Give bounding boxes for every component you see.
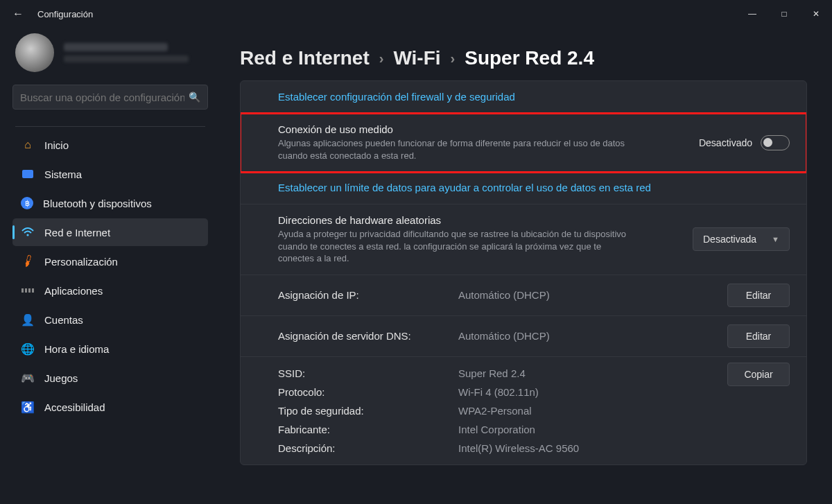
svg-point-0 (26, 234, 28, 236)
sidebar-item-label: Inicio (44, 139, 69, 151)
dns-assignment-row: Asignación de servidor DNS: Automático (… (241, 316, 806, 357)
apps-icon (21, 284, 35, 297)
chevron-right-icon: › (451, 51, 456, 67)
network-details: SSID:Super Red 2.4 Protocolo:Wi-Fi 4 (80… (241, 357, 806, 464)
system-icon (21, 167, 35, 181)
avatar (15, 33, 54, 72)
sidebar-item-accesibilidad[interactable]: ♿ Accesibilidad (12, 393, 208, 421)
titlebar: ← Configuración — □ ✕ (0, 0, 832, 28)
nav-list: ⌂ Inicio Sistema ฿ Bluetooth y dispositi… (12, 131, 208, 421)
sidebar-item-sistema[interactable]: Sistema (12, 160, 208, 188)
sidebar: 🔍 ⌂ Inicio Sistema ฿ Bluetooth y disposi… (0, 28, 215, 504)
detail-val: Wi-Fi 4 (802.11n) (458, 386, 727, 398)
detail-key: SSID: (278, 367, 458, 379)
time-icon: 🌐 (21, 342, 35, 356)
accessibility-icon: ♿ (21, 400, 35, 414)
detail-key: Protocolo: (278, 386, 458, 398)
sidebar-item-label: Red e Internet (44, 227, 110, 238)
sidebar-item-bluetooth[interactable]: ฿ Bluetooth y dispositivos (12, 189, 208, 217)
sidebar-item-red[interactable]: Red e Internet (12, 218, 208, 246)
firewall-link[interactable]: Establecer configuración del firewall y … (278, 91, 515, 103)
sidebar-item-cuentas[interactable]: 👤 Cuentas (12, 306, 208, 333)
bluetooth-icon: ฿ (21, 197, 33, 209)
copy-button[interactable]: Copiar (727, 363, 790, 386)
network-icon (21, 225, 35, 239)
sidebar-item-label: Personalización (44, 256, 118, 268)
detail-val: Super Red 2.4 (458, 367, 727, 379)
dns-edit-button[interactable]: Editar (727, 324, 790, 348)
sidebar-item-hora[interactable]: 🌐 Hora e idioma (12, 335, 208, 363)
breadcrumb: Red e Internet › Wi-Fi › Super Red 2.4 (240, 47, 807, 69)
breadcrumb-wifi[interactable]: Wi-Fi (393, 47, 440, 69)
detail-key: Descripción: (278, 442, 458, 454)
chevron-right-icon: › (379, 51, 384, 67)
breadcrumb-current: Super Red 2.4 (465, 47, 594, 69)
metered-toggle[interactable] (761, 135, 790, 150)
user-profile[interactable] (12, 33, 208, 72)
ip-label: Asignación de IP: (278, 289, 458, 301)
settings-panel: Establecer configuración del firewall y … (240, 80, 807, 465)
data-limit-link-row: Establecer un límite de datos para ayuda… (241, 172, 806, 205)
ip-value: Automático (DHCP) (458, 289, 727, 301)
close-button[interactable]: ✕ (800, 3, 832, 25)
random-hw-dropdown[interactable]: Desactivada ▼ (693, 227, 790, 251)
dns-value: Automático (DHCP) (458, 330, 727, 342)
minimize-button[interactable]: — (736, 3, 768, 25)
random-hw-desc: Ayuda a proteger tu privacidad dificulta… (278, 228, 639, 265)
detail-val: Intel(R) Wireless-AC 9560 (458, 442, 727, 454)
data-limit-link[interactable]: Establecer un límite de datos para ayuda… (278, 182, 651, 193)
sidebar-item-label: Cuentas (44, 314, 83, 326)
home-icon: ⌂ (21, 138, 35, 152)
sidebar-item-juegos[interactable]: 🎮 Juegos (12, 364, 208, 392)
search-input[interactable] (20, 92, 184, 103)
detail-val: WPA2-Personal (458, 405, 727, 417)
sidebar-item-label: Hora e idioma (44, 343, 109, 355)
random-hw-value: Desactivada (703, 234, 756, 245)
sidebar-item-inicio[interactable]: ⌂ Inicio (12, 131, 208, 159)
sidebar-item-label: Accesibilidad (44, 401, 105, 413)
detail-key: Tipo de seguridad: (278, 405, 458, 417)
brush-icon: 🖌 (18, 252, 37, 270)
firewall-link-row: Establecer configuración del firewall y … (241, 81, 806, 114)
metered-title: Conexión de uso medido (278, 123, 685, 135)
app-title: Configuración (37, 9, 93, 19)
sidebar-item-aplicaciones[interactable]: Aplicaciones (12, 277, 208, 304)
metered-toggle-state: Desactivado (699, 137, 752, 148)
detail-key: Fabricante: (278, 424, 458, 435)
back-button[interactable]: ← (12, 8, 24, 20)
sidebar-item-personalizacion[interactable]: 🖌 Personalización (12, 247, 208, 275)
breadcrumb-red[interactable]: Red e Internet (240, 47, 370, 69)
metered-desc: Algunas aplicaciones pueden funcionar de… (278, 137, 639, 162)
search-icon: 🔍 (189, 92, 200, 103)
metered-connection-row: Conexión de uso medido Algunas aplicacio… (241, 114, 806, 172)
maximize-button[interactable]: □ (768, 3, 800, 25)
window-controls: — □ ✕ (736, 3, 832, 25)
ip-assignment-row: Asignación de IP: Automático (DHCP) Edit… (241, 275, 806, 316)
content-area: Red e Internet › Wi-Fi › Super Red 2.4 E… (215, 28, 832, 504)
account-icon: 👤 (21, 313, 35, 327)
random-hw-title: Direcciones de hardware aleatorias (278, 214, 679, 226)
ip-edit-button[interactable]: Editar (727, 284, 790, 307)
profile-text (64, 43, 189, 62)
search-box[interactable]: 🔍 (12, 85, 208, 110)
sidebar-item-label: Juegos (44, 372, 78, 384)
sidebar-item-label: Bluetooth y dispositivos (43, 198, 152, 209)
games-icon: 🎮 (21, 371, 35, 385)
random-hw-row: Direcciones de hardware aleatorias Ayuda… (241, 205, 806, 275)
sidebar-item-label: Sistema (44, 168, 82, 180)
detail-val: Intel Corporation (458, 424, 727, 435)
chevron-down-icon: ▼ (772, 235, 779, 243)
sidebar-item-label: Aplicaciones (44, 285, 103, 297)
dns-label: Asignación de servidor DNS: (278, 330, 458, 342)
